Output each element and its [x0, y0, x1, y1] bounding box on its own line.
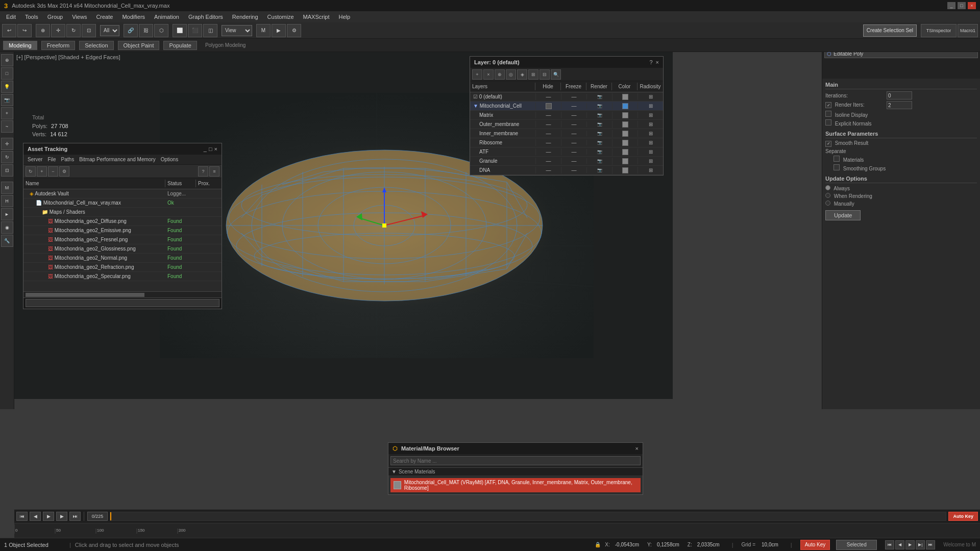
tb-unlink[interactable]: ⛓ [139, 24, 153, 37]
lm-tb-sel-objs[interactable]: ◎ [506, 69, 516, 80]
materials-checkbox[interactable] [834, 156, 840, 162]
menu-group[interactable]: Group [43, 13, 67, 21]
menu-maxscript[interactable]: MAXScript [299, 13, 334, 21]
at-row-maxfile[interactable]: 📄 Mitochondrial_Cell_max_vray.max Ok [23, 198, 222, 208]
tb-scale[interactable]: ⊡ [82, 24, 96, 37]
lm-help-btn[interactable]: ? [649, 59, 652, 65]
tb-undo[interactable]: ↩ [2, 24, 16, 37]
at-tb-settings[interactable]: ⚙ [59, 166, 69, 177]
lm-tb-expand[interactable]: ⊞ [528, 69, 538, 80]
menu-edit[interactable]: Edit [2, 13, 20, 21]
auto-key-button[interactable]: Auto Key [948, 512, 978, 521]
menu-modifiers[interactable]: Modifiers [118, 13, 149, 21]
lm-tb-new[interactable]: + [472, 69, 482, 80]
lt-spacewarps[interactable]: ~ [1, 120, 13, 133]
at-tb-help[interactable]: ? [198, 166, 208, 177]
lm-tb-collapse[interactable]: ⊟ [540, 69, 550, 80]
lt-shape[interactable]: □ [1, 67, 13, 80]
at-menu-paths[interactable]: Paths [59, 157, 77, 162]
at-restore-btn[interactable]: □ [209, 146, 212, 152]
lm-row-mito-cell[interactable]: ▼ Mitochondrial_Cell — 📷 ⊞ [470, 102, 663, 111]
menu-customize[interactable]: Customize [263, 13, 298, 21]
at-row-diffuse[interactable]: 🖼 Mitochondria_geo2_Diffuse.png Found [23, 217, 222, 226]
mb-close-btn[interactable]: × [635, 445, 639, 452]
lm-tb-add-sel[interactable]: ⊕ [495, 69, 505, 80]
lt-scale[interactable]: ⊡ [1, 164, 13, 177]
mb-search-input[interactable] [390, 456, 641, 465]
lm-row-mito-cell-freeze[interactable]: — [561, 103, 586, 109]
lm-row-default[interactable]: ☑ 0 (default) — — 📷 ⊞ [470, 92, 663, 102]
menu-rendering[interactable]: Rendering [228, 13, 262, 21]
smooth-result-checkbox[interactable] [825, 141, 831, 147]
tab-modeling[interactable]: Modeling [3, 41, 37, 50]
tb-material[interactable]: M [256, 24, 271, 37]
lm-row-ribosome[interactable]: Ribosome — — 📷 ⊞ [470, 138, 663, 147]
render-iters-input[interactable] [887, 101, 912, 109]
timeline-play-btn[interactable]: ▶ [43, 512, 54, 521]
at-row-fresnel[interactable]: 🖼 Mitochondria_geo2_Fresnel.png Found [23, 235, 222, 244]
tb-select[interactable]: ⊕ [36, 24, 50, 37]
tab-object-paint[interactable]: Object Paint [118, 41, 160, 50]
at-path-field[interactable] [26, 299, 219, 307]
tb-link[interactable]: 🔗 [124, 24, 138, 37]
auto-key-status-button[interactable]: Auto Key [800, 540, 830, 550]
mito-cell-hide-checkbox[interactable] [546, 103, 552, 109]
pb-start[interactable]: ⏮ [885, 540, 894, 549]
at-minimize-btn[interactable]: _ [204, 146, 207, 152]
pb-end[interactable]: ⏭ [926, 540, 935, 549]
lm-row-atf[interactable]: ATF — — 📷 ⊞ [470, 147, 663, 157]
lm-row-mito-cell-radiosity[interactable]: ⊞ [638, 103, 663, 109]
lm-row-matrix[interactable]: Matrix — — 📷 ⊞ [470, 111, 663, 120]
at-menu-bitmap[interactable]: Bitmap Performance and Memory [77, 157, 158, 162]
tb-align[interactable]: ◫ [203, 24, 217, 37]
at-menu-server[interactable]: Server [26, 157, 44, 162]
create-selection-button[interactable]: Create Selection Sel [863, 24, 917, 37]
menu-views[interactable]: Views [68, 13, 91, 21]
close-button[interactable]: × [968, 2, 976, 9]
at-menu-options[interactable]: Options [159, 157, 180, 162]
timeline-start-btn[interactable]: ⏮ [16, 512, 28, 521]
mb-material-item[interactable]: Mitochondrial_Cell_MAT (VRayMtl) [ATF, D… [390, 478, 641, 492]
tb-render-setup[interactable]: ⚙ [287, 24, 301, 37]
lm-tb-find[interactable]: 🔍 [551, 69, 561, 80]
timeline-prev-btn[interactable]: ◀ [30, 512, 41, 521]
lm-row-mito-cell-hide[interactable] [535, 103, 561, 110]
lm-title-controls[interactable]: ? × [649, 59, 659, 65]
at-tb-remove[interactable]: − [48, 166, 58, 177]
maximize-button[interactable]: □ [958, 2, 966, 9]
render-iters-checkbox[interactable] [825, 102, 831, 108]
tb-view-select[interactable]: View [222, 25, 252, 36]
pb-prev[interactable]: ◀ [895, 540, 904, 549]
at-row-vault[interactable]: ◈ Autodesk Vault Logge... [23, 189, 222, 198]
when-rendering-radio[interactable] [825, 193, 830, 198]
at-row-specular[interactable]: 🖼 Mitochondria_geo2_Specular.png Found [23, 272, 222, 281]
tb-bind-space[interactable]: ⬡ [154, 24, 168, 37]
lm-row-default-hide[interactable]: — [535, 93, 561, 100]
at-row-normal[interactable]: 🖼 Mitochondria_geo2_Normal.png Found [23, 254, 222, 263]
at-tb-refresh[interactable]: ↻ [26, 166, 36, 177]
manually-radio[interactable] [825, 201, 830, 206]
lt-motion[interactable]: ► [1, 208, 13, 220]
tb-rotate[interactable]: ↻ [66, 24, 81, 37]
lt-select-object[interactable]: ⊕ [1, 54, 13, 66]
window-controls[interactable]: _ □ × [947, 2, 976, 9]
menu-graph-editors[interactable]: Graph Editors [184, 13, 227, 21]
at-title-controls[interactable]: _ □ × [204, 146, 217, 152]
update-button[interactable]: Update [825, 210, 861, 220]
at-tb-more[interactable]: ≡ [209, 166, 219, 177]
lm-row-default-color[interactable] [612, 93, 638, 101]
lm-row-inner-membrane[interactable]: Inner_membrane — — 📷 ⊞ [470, 129, 663, 138]
lt-lights[interactable]: 💡 [1, 81, 13, 93]
tb-move[interactable]: ✛ [51, 24, 65, 37]
lt-hierarchy[interactable]: H [1, 195, 13, 207]
menu-help[interactable]: Help [335, 13, 355, 21]
lt-display[interactable]: ◉ [1, 221, 13, 234]
lt-helpers[interactable]: + [1, 107, 13, 119]
lm-row-mito-cell-color[interactable] [612, 103, 638, 110]
menu-animation[interactable]: Animation [150, 13, 183, 21]
at-row-refraction[interactable]: 🖼 Mitochondria_geo2_Refraction.png Found [23, 263, 222, 272]
iterations-input[interactable] [887, 91, 912, 99]
lm-row-default-freeze[interactable]: — [561, 93, 586, 100]
menu-tools[interactable]: Tools [21, 13, 42, 21]
always-radio[interactable] [825, 185, 830, 190]
